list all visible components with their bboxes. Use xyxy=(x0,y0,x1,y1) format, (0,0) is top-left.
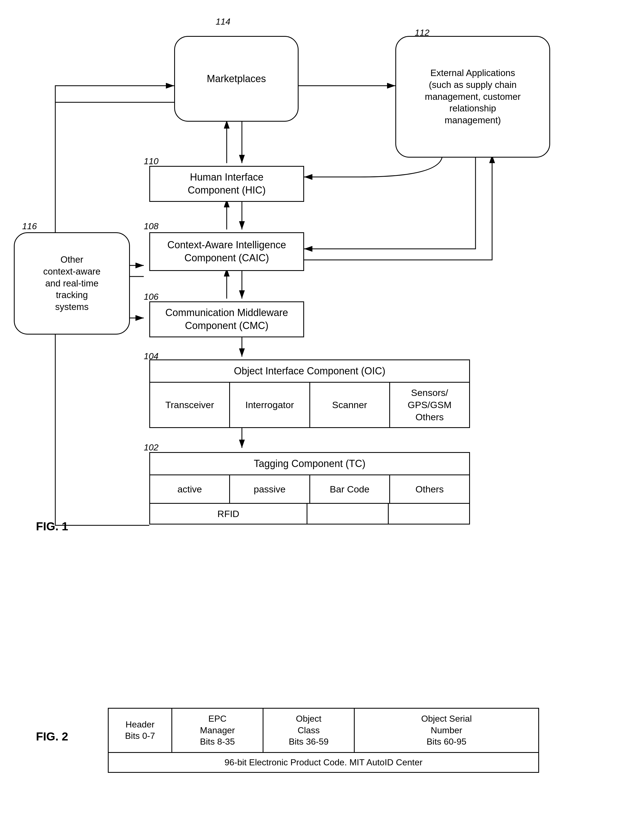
oic-cells: Transceiver Interrogator Scanner Sensors… xyxy=(150,383,469,427)
fig2-table: HeaderBits 0-7 EPCManagerBits 8-35 Objec… xyxy=(108,708,539,773)
fig2-header-cell: HeaderBits 0-7 xyxy=(109,709,172,752)
oic-cell-transceiver: Transceiver xyxy=(150,383,230,427)
ref-108: 108 xyxy=(144,221,158,232)
tc-cell-barcode: Bar Code xyxy=(310,475,390,503)
diagram-container: 114 Marketplaces 112 External Applicatio… xyxy=(0,0,640,840)
ref-102: 102 xyxy=(144,442,158,453)
oic-cell-interrogator: Interrogator xyxy=(230,383,310,427)
fig2-row1: HeaderBits 0-7 EPCManagerBits 8-35 Objec… xyxy=(109,709,538,753)
tc-cell-others2 xyxy=(389,504,469,524)
caic-node: Context-Aware IntelligenceComponent (CAI… xyxy=(149,232,304,271)
fig2-label: FIG. 2 xyxy=(36,730,68,743)
tc-row2: RFID xyxy=(150,504,469,524)
fig1-label: FIG. 1 xyxy=(36,520,68,533)
fig2-object-class-cell: ObjectClassBits 36-59 xyxy=(264,709,355,752)
oic-cell-sensors: Sensors/GPS/GSMOthers xyxy=(390,383,469,427)
tc-cell-barcode2 xyxy=(307,504,389,524)
oic-cell-scanner: Scanner xyxy=(310,383,390,427)
oic-header: Object Interface Component (OIC) xyxy=(150,360,469,383)
external-apps-node: External Applications(such as supply cha… xyxy=(395,36,550,158)
oic-table: Object Interface Component (OIC) Transce… xyxy=(149,360,470,428)
ref-116: 116 xyxy=(22,221,37,232)
tc-row1: active passive Bar Code Others xyxy=(150,475,469,504)
tc-cell-passive: passive xyxy=(230,475,310,503)
tc-cell-others: Others xyxy=(390,475,469,503)
tc-cell-active: active xyxy=(150,475,230,503)
ref-106: 106 xyxy=(144,292,158,302)
tc-header: Tagging Component (TC) xyxy=(150,453,469,475)
tc-table: Tagging Component (TC) active passive Ba… xyxy=(149,452,470,525)
tc-cell-rfid: RFID xyxy=(150,504,307,524)
marketplaces-node: Marketplaces xyxy=(174,36,299,122)
fig2-epc-cell: EPCManagerBits 8-35 xyxy=(172,709,264,752)
fig2-serial-cell: Object SerialNumberBits 60-95 xyxy=(355,709,538,752)
hic-node: Human InterfaceComponent (HIC) xyxy=(149,166,304,202)
cmc-node: Communication MiddlewareComponent (CMC) xyxy=(149,301,304,337)
ref-110: 110 xyxy=(144,156,158,166)
fig2-row2: 96-bit Electronic Product Code. MIT Auto… xyxy=(109,753,538,772)
fig2-bottom-label: 96-bit Electronic Product Code. MIT Auto… xyxy=(109,753,538,772)
ref-114: 114 xyxy=(216,17,230,27)
other-context-node: Othercontext-awareand real-timetrackings… xyxy=(14,232,130,334)
